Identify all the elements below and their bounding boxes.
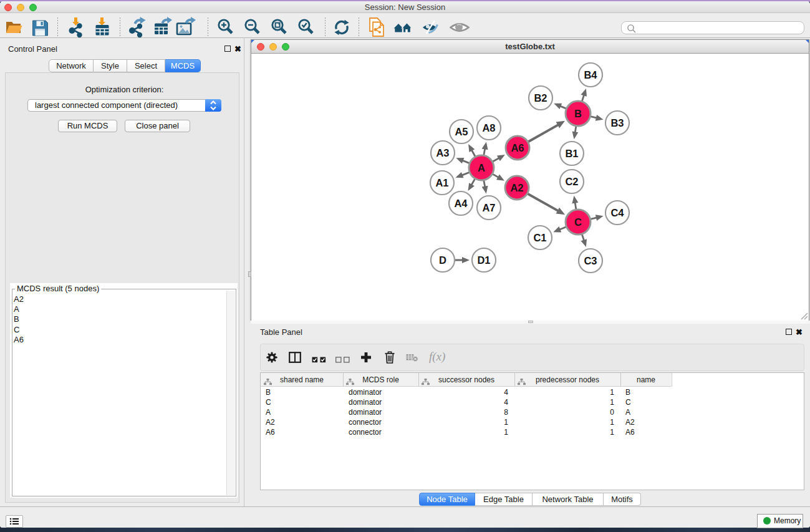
- svg-text:C4: C4: [610, 207, 624, 218]
- svg-text:A2: A2: [510, 182, 523, 193]
- svg-text:A1: A1: [435, 177, 448, 188]
- svg-text:C: C: [574, 216, 582, 228]
- svg-text:D: D: [439, 254, 446, 266]
- svg-text:A6: A6: [511, 142, 524, 153]
- svg-text:B2: B2: [534, 92, 547, 104]
- svg-text:B4: B4: [584, 69, 597, 80]
- svg-text:B: B: [574, 108, 582, 119]
- svg-text:A4: A4: [454, 198, 468, 209]
- svg-text:A5: A5: [455, 126, 468, 137]
- svg-text:D1: D1: [477, 254, 490, 266]
- svg-text:B1: B1: [565, 148, 578, 159]
- svg-text:C2: C2: [565, 176, 578, 187]
- svg-text:A8: A8: [482, 122, 495, 133]
- svg-text:A3: A3: [436, 147, 449, 158]
- svg-text:B3: B3: [610, 117, 624, 128]
- svg-text:A: A: [478, 162, 485, 173]
- svg-text:C3: C3: [584, 255, 597, 266]
- svg-text:C1: C1: [533, 232, 546, 243]
- svg-text:A7: A7: [482, 202, 495, 213]
